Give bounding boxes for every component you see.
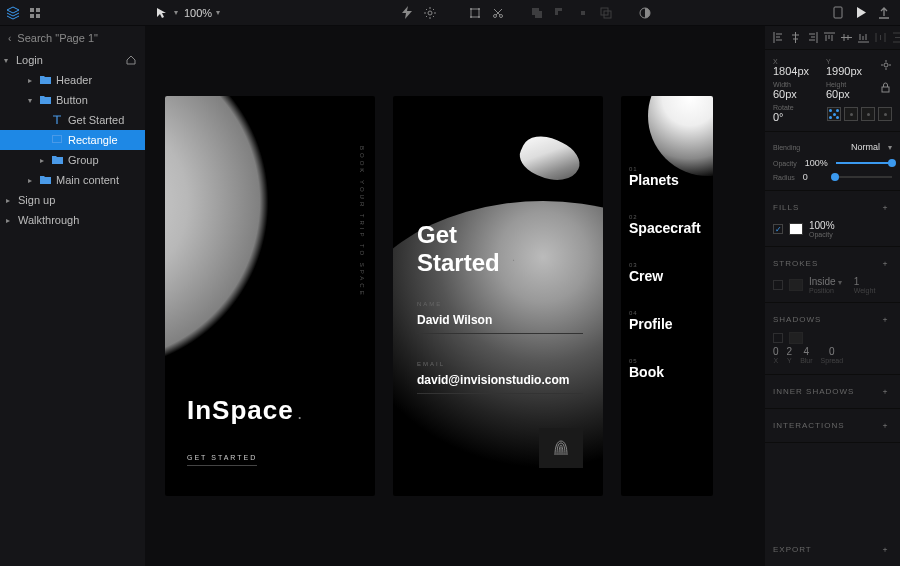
folder-icon [40,75,52,85]
fingerprint-button[interactable] [539,428,583,468]
layer-button[interactable]: ▾Button [0,90,145,110]
cursor-tool-icon[interactable] [155,6,168,19]
shadow-x[interactable]: 0X [773,346,779,364]
search-row[interactable]: ‹ Search "Page 1" [0,26,145,50]
align-bottom-icon[interactable] [858,32,869,43]
menu-item-spacecraft[interactable]: 02Spacecraft [629,214,705,236]
subtract-icon[interactable] [553,6,566,19]
chevron-left-icon: ‹ [8,33,11,44]
name-field[interactable]: NAME David Wilson [417,301,583,334]
fingerprint-icon [551,437,571,459]
menu-label: Spacecraft [629,220,705,236]
artboard-login[interactable]: BOOK YOUR TRIP TO SPACE InSpace . GET ST… [165,96,375,496]
interactions-section: INTERACTIONS＋ [765,409,900,443]
caret-icon: ▸ [28,176,36,185]
layers-tab-icon[interactable] [6,6,20,20]
strokes-section: STROKES＋ Inside Position 1 Weight [765,247,900,303]
shadow-y[interactable]: 2Y [787,346,793,364]
layer-walkthrough[interactable]: ▸Walkthrough [0,210,145,230]
bolt-icon[interactable] [400,6,413,19]
add-stroke-icon[interactable]: ＋ [879,257,892,270]
stroke-swatch[interactable] [789,279,803,291]
geometry-section: X1804px Y1990px Width60px Height60px Rot… [765,50,900,132]
shadow-blur[interactable]: 4Blur [800,346,812,364]
radius-row[interactable]: Radius 0 [765,170,900,184]
fill-row[interactable]: 100% Opacity [765,218,900,240]
height-field[interactable]: Height60px [826,81,873,100]
libraries-tab-icon[interactable] [28,6,42,20]
menu-item-planets[interactable]: 01Planets [629,166,705,188]
upload-icon[interactable] [877,6,890,19]
layer-header[interactable]: ▸Header [0,70,145,90]
stroke-row[interactable]: Inside Position 1 Weight [765,274,900,296]
opacity-row[interactable]: Opacity 100% [765,156,900,170]
align-hcenter-icon[interactable] [790,32,801,43]
union-icon[interactable] [530,6,543,19]
distribute-h-icon[interactable] [875,32,886,43]
opacity-slider[interactable] [836,162,892,164]
add-interaction-icon[interactable]: ＋ [879,419,892,432]
layer-rectangle[interactable]: Rectangle [0,130,145,150]
layers-panel: ‹ Search "Page 1" ▾ Login ▸Header▾Button… [0,26,145,566]
play-icon[interactable] [854,6,867,19]
device-icon[interactable] [831,6,844,19]
shadow-row[interactable] [765,330,900,346]
svg-rect-1 [36,8,40,12]
menu-item-profile[interactable]: 04Profile [629,310,705,332]
align-right-icon[interactable] [807,32,818,43]
x-field[interactable]: X1804px [773,58,820,77]
caret-icon: ▸ [6,216,14,225]
rotate-field[interactable]: Rotate0° [773,104,821,123]
blending-row[interactable]: Blending Normal [765,138,900,156]
layer-group[interactable]: ▸Group [0,150,145,170]
y-field[interactable]: Y1990px [826,58,873,77]
home-icon[interactable] [124,54,137,67]
folder-icon [52,155,64,165]
shadow-checkbox[interactable] [773,333,783,343]
shadow-spread[interactable]: 0Spread [821,346,844,364]
intersect-icon[interactable] [576,6,589,19]
align-left-icon[interactable] [773,32,784,43]
add-inner-shadow-icon[interactable]: ＋ [879,385,892,398]
distribute-v-icon[interactable] [892,32,900,43]
scissors-icon[interactable] [491,6,504,19]
artboard-signup[interactable]: Get Started . NAME David Wilson EMAIL da… [393,96,603,496]
svg-rect-13 [535,11,542,18]
text-icon [52,115,64,125]
layer-sign-up[interactable]: ▸Sign up [0,190,145,210]
export-section: EXPORT＋ [765,533,900,566]
shadow-swatch[interactable] [789,332,803,344]
menu-item-crew[interactable]: 03Crew [629,262,705,284]
mask-icon[interactable] [638,6,651,19]
canvas[interactable]: BOOK YOUR TRIP TO SPACE InSpace . GET ST… [145,26,765,566]
origin-picker[interactable] [827,107,892,121]
artboard-menu[interactable]: 01Planets02Spacecraft03Crew04Profile05Bo… [621,96,713,496]
target-icon[interactable] [879,58,892,71]
lock-icon[interactable] [879,81,892,94]
get-started-button[interactable]: GET STARTED [187,454,257,466]
align-vcenter-icon[interactable] [841,32,852,43]
difference-icon[interactable] [599,6,612,19]
email-field[interactable]: EMAIL david@invisionstudio.com [417,361,583,394]
fill-swatch[interactable] [789,223,803,235]
top-page-row[interactable]: ▾ Login [0,50,145,70]
stroke-checkbox[interactable] [773,280,783,290]
layer-get-started[interactable]: Get Started [0,110,145,130]
fill-checkbox[interactable] [773,224,783,234]
add-export-icon[interactable]: ＋ [879,543,892,556]
add-shadow-icon[interactable]: ＋ [879,313,892,326]
frame-icon[interactable] [468,6,481,19]
layer-tree: ▸Header▾ButtonGet StartedRectangle▸Group… [0,70,145,566]
zoom-dropdown[interactable]: 100% ▾ [184,7,220,19]
menu-item-book[interactable]: 05Book [629,358,705,380]
layer-main-content[interactable]: ▸Main content [0,170,145,190]
align-top-icon[interactable] [824,32,835,43]
shadows-section: SHADOWS＋ 0X 2Y 4Blur 0Spread [765,303,900,375]
layer-label: Header [56,74,145,86]
add-fill-icon[interactable]: ＋ [879,201,892,214]
gear-icon[interactable] [423,6,436,19]
radius-slider[interactable] [835,176,892,178]
width-field[interactable]: Width60px [773,81,820,100]
fills-section: FILLS＋ 100% Opacity [765,191,900,247]
svg-rect-3 [36,14,40,18]
